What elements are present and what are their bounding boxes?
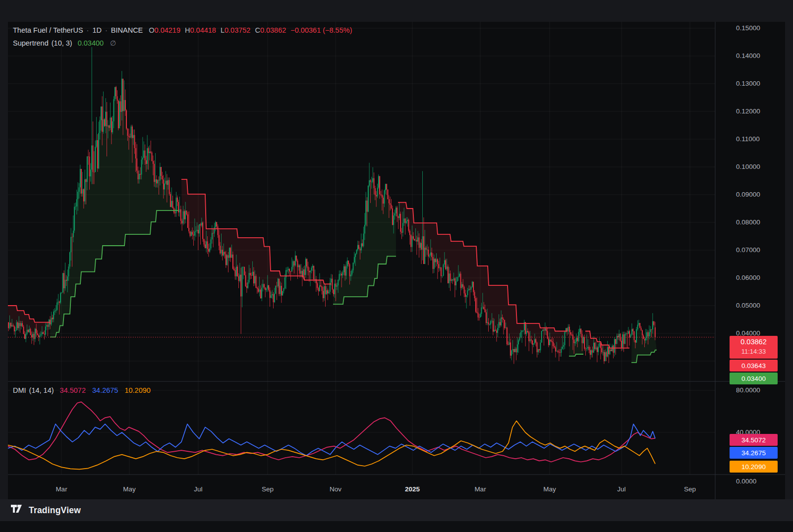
svg-text:0.09000: 0.09000 bbox=[736, 191, 760, 198]
high-label: H bbox=[185, 26, 190, 34]
svg-text:34.5072: 34.5072 bbox=[741, 436, 766, 444]
svg-text:0.06000: 0.06000 bbox=[736, 274, 760, 281]
interval-label[interactable]: 1D bbox=[92, 26, 102, 34]
chart-canvas[interactable]: 0.150000.140000.130000.120000.110000.100… bbox=[0, 0, 793, 532]
svg-text:0.03400: 0.03400 bbox=[741, 375, 766, 382]
svg-text:Jul: Jul bbox=[617, 485, 625, 493]
svg-text:0.11000: 0.11000 bbox=[736, 135, 760, 143]
svg-text:0.13000: 0.13000 bbox=[736, 80, 760, 87]
svg-text:0.15000: 0.15000 bbox=[736, 24, 760, 32]
symbol-legend-row[interactable]: Theta Fuel / TetherUS · 1D · BINANCE O0.… bbox=[13, 26, 352, 34]
svg-text:0.08000: 0.08000 bbox=[736, 218, 760, 226]
dmi-tags: 34.507234.267510.2090 bbox=[730, 434, 778, 473]
attribution-bar: TradingView bbox=[0, 499, 793, 521]
dmi-name: DMI bbox=[13, 386, 26, 394]
plus-di-value: 34.5072 bbox=[60, 386, 86, 394]
change-value: −0.00361 (−8.55%) bbox=[290, 26, 352, 34]
svg-text:Sep: Sep bbox=[684, 485, 696, 493]
ohlc-values: O0.04219 H0.04418 L0.03752 C0.03862 −0.0… bbox=[149, 26, 352, 34]
indicator-name: Supertrend bbox=[13, 39, 49, 47]
dmi-legend-row[interactable]: DMI (14, 14) 34.5072 34.2675 10.2090 bbox=[13, 386, 157, 394]
separator-dot: · bbox=[105, 26, 108, 34]
supertrend-value: 0.03400 bbox=[78, 39, 104, 47]
dmi-params: (14, 14) bbox=[29, 386, 54, 394]
svg-text:May: May bbox=[543, 485, 556, 493]
close-label: C bbox=[255, 26, 260, 34]
svg-text:0.14000: 0.14000 bbox=[736, 52, 760, 59]
tradingview-brand-text[interactable]: TradingView bbox=[29, 505, 81, 516]
svg-text:34.2675: 34.2675 bbox=[741, 449, 766, 457]
svg-text:Sep: Sep bbox=[262, 485, 274, 493]
price-tags: 0.0386211:14:330.036430.03400 bbox=[730, 336, 778, 384]
svg-text:Jul: Jul bbox=[194, 485, 202, 493]
svg-text:Nov: Nov bbox=[330, 485, 341, 493]
svg-text:Mar: Mar bbox=[56, 485, 67, 493]
svg-text:0.0000: 0.0000 bbox=[736, 478, 756, 485]
hide-indicator-icon[interactable]: ∅ bbox=[110, 39, 116, 47]
low-label: L bbox=[221, 26, 225, 34]
dmi-values: 34.5072 34.2675 10.2090 bbox=[60, 386, 157, 394]
open-value: 0.04219 bbox=[155, 26, 180, 34]
svg-text:10.2090: 10.2090 bbox=[741, 463, 766, 471]
separator-dot: · bbox=[87, 26, 89, 34]
svg-text:0.10000: 0.10000 bbox=[736, 163, 760, 170]
svg-text:0.12000: 0.12000 bbox=[736, 107, 760, 115]
high-value: 0.04418 bbox=[190, 26, 216, 34]
low-value: 0.03752 bbox=[225, 26, 250, 34]
svg-text:0.03643: 0.03643 bbox=[741, 362, 766, 370]
svg-text:2025: 2025 bbox=[405, 485, 420, 493]
supertrend-legend-row[interactable]: Supertrend (10, 3) 0.03400 ∅ bbox=[13, 39, 116, 47]
tradingview-logo-icon[interactable] bbox=[11, 505, 24, 516]
svg-text:0.04000: 0.04000 bbox=[736, 329, 760, 337]
tradingview-chart-window: ChartAnalysis_4 created with TradingView… bbox=[0, 0, 793, 532]
open-label: O bbox=[149, 26, 154, 34]
adx-value: 10.2090 bbox=[124, 386, 150, 394]
minus-di-value: 34.2675 bbox=[92, 386, 118, 394]
svg-text:0.03862: 0.03862 bbox=[740, 338, 766, 346]
svg-text:May: May bbox=[123, 485, 136, 493]
svg-text:Mar: Mar bbox=[474, 485, 486, 493]
close-value: 0.03862 bbox=[260, 26, 286, 34]
bottom-strip bbox=[0, 521, 793, 532]
svg-text:11:14:33: 11:14:33 bbox=[741, 348, 766, 355]
svg-text:80.0000: 80.0000 bbox=[736, 386, 760, 394]
svg-text:0.05000: 0.05000 bbox=[736, 302, 760, 309]
symbol-name: Theta Fuel / TetherUS bbox=[13, 26, 83, 34]
indicator-params: (10, 3) bbox=[52, 39, 72, 47]
exchange-label: BINANCE bbox=[111, 26, 143, 34]
svg-text:0.07000: 0.07000 bbox=[736, 246, 760, 254]
